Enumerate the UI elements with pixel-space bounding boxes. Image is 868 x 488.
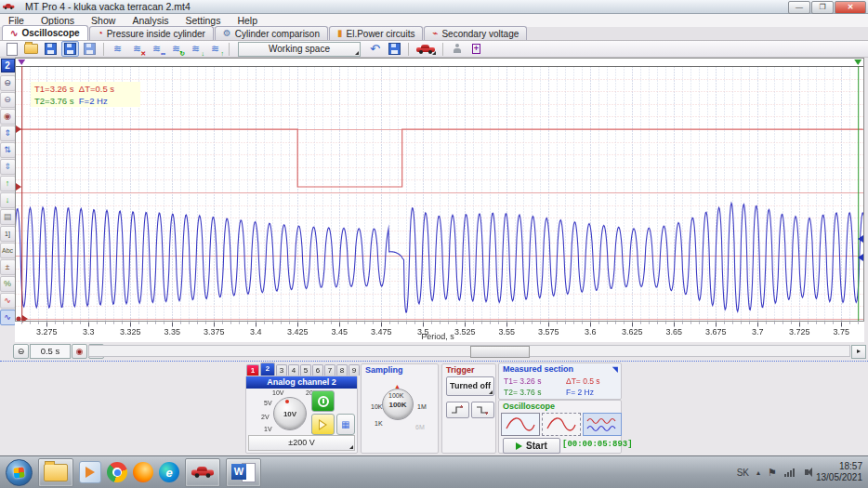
channel-tab-6[interactable]: 6 [312, 364, 323, 376]
taskbar-app-media-player[interactable] [79, 459, 101, 486]
menu-item-analysis[interactable]: Analysis [124, 15, 177, 26]
move-up-icon[interactable]: ↑ [0, 176, 16, 191]
channel-tab-9[interactable]: 9 [349, 364, 360, 376]
channel-autoset-button[interactable] [311, 414, 335, 435]
taskbar-app-mtpro[interactable] [185, 458, 220, 487]
tab-cylinder-comparison[interactable]: ⚙Cylinder comparison [215, 26, 328, 40]
save-copy-icon[interactable] [81, 41, 99, 57]
move-down-icon[interactable]: ↓ [0, 192, 16, 208]
timebase-row: ⊖ 0.5 s ◉ ◂ ▸ [0, 342, 868, 361]
car-menu-icon[interactable] [414, 41, 438, 57]
voltage-range-knob[interactable]: 10V [273, 397, 307, 430]
trigger-rising-edge-button[interactable] [446, 402, 469, 418]
tab-secondary-voltage[interactable]: ⌁Secondary voltage [424, 26, 527, 40]
measured-f: F= 2 Hz [566, 388, 594, 397]
frame-sweep-button[interactable] [542, 413, 581, 436]
red-waveform-icon[interactable]: ∿ [0, 293, 16, 309]
menu-item-settings[interactable]: Settings [177, 15, 229, 26]
tab-el-power-circuits[interactable]: ▮El.Power circuits [329, 26, 423, 40]
waveset-icon[interactable]: ≋ [109, 41, 126, 57]
percent-icon[interactable]: % [0, 276, 16, 292]
labels-abc-icon[interactable]: Abc [0, 243, 16, 258]
save-record-icon[interactable] [61, 41, 79, 57]
taskbar-app-start[interactable] [6, 459, 33, 486]
fit-vertical-icon[interactable]: ⇕ [0, 125, 16, 141]
title-bar[interactable]: MT Pro 4 - kluka vacka terracan 2.mt4 — … [0, 0, 868, 14]
minimize-button[interactable]: — [788, 1, 810, 14]
scope-canvas[interactable] [15, 58, 864, 342]
taskbar-app-chrome[interactable] [107, 459, 127, 486]
save-workspace-icon[interactable] [386, 41, 403, 57]
sampling-knob-value: 100K [388, 401, 406, 409]
measured-title: Measured section [499, 363, 621, 374]
language-indicator[interactable]: SK [737, 468, 749, 478]
channel-tab-8[interactable]: 8 [336, 364, 348, 376]
user-icon[interactable] [448, 41, 466, 57]
menu-item-show[interactable]: Show [83, 15, 124, 26]
expand-vertical-icon[interactable]: ⇅ [0, 142, 16, 158]
tab-label: Cylinder comparison [235, 29, 320, 39]
trigger-mode-dropdown[interactable]: Turned off [446, 376, 494, 396]
channel-power-button[interactable] [311, 390, 335, 412]
network-icon[interactable] [784, 468, 795, 477]
taskbar-app-word[interactable]: W [226, 458, 261, 487]
taskbar-app-edge[interactable]: e [159, 459, 179, 486]
open-file-icon[interactable] [22, 41, 40, 57]
channel-tab-4[interactable]: 4 [288, 364, 299, 376]
plus-minus-icon[interactable]: ± [0, 259, 16, 275]
new-file-icon[interactable] [3, 41, 20, 57]
scale-numbers-icon[interactable]: 1] [0, 226, 16, 242]
channel-tab-2[interactable]: 2 [260, 363, 275, 376]
measured-t1: T1= 3.26 s [504, 376, 541, 386]
timebase-zoom-out-icon[interactable]: ⊖ [13, 344, 29, 359]
clock[interactable]: 18:57 13/05/2021 [816, 461, 862, 483]
scrollbar-thumb[interactable] [470, 346, 530, 358]
zoom-out-small-icon[interactable]: ⊖ [0, 92, 16, 108]
volume-icon[interactable] [805, 469, 809, 475]
record-dot-icon[interactable]: ◉ [0, 109, 16, 125]
workspace-dropdown[interactable]: Working space [238, 42, 361, 57]
main-toolbar: ≋ ≋✕ ≋∞ ≋↻ ≋↓ ≋↑ Working space ↶ + [0, 41, 868, 58]
undo-icon[interactable]: ↶ [366, 41, 384, 57]
trigger-falling-edge-button[interactable] [471, 402, 494, 418]
voltage-range-dropdown[interactable]: ±200 V [248, 435, 355, 451]
single-sweep-button[interactable] [501, 413, 540, 436]
tab-oscilloscope[interactable]: ∿Oscilloscope [2, 25, 88, 40]
taskbar-app-explorer[interactable] [38, 458, 73, 487]
tab-pressure-inside-cylinder[interactable]: ◔Pressure inside cylinder [89, 26, 214, 40]
start-button[interactable]: Start [503, 438, 560, 454]
waveset-import-icon[interactable]: ≋↓ [187, 41, 204, 57]
voltage-option-2V: 2V [261, 414, 270, 420]
timebase-record-icon[interactable]: ◉ [72, 344, 87, 359]
horizontal-scrollbar[interactable] [88, 345, 850, 357]
close-button[interactable]: ✕ [835, 1, 866, 14]
taskbar-app-firefox[interactable] [133, 459, 153, 486]
waveset-export-icon[interactable]: ≋↑ [206, 41, 224, 57]
continuous-sweep-button[interactable] [583, 413, 622, 436]
restore-button[interactable]: ❐ [811, 1, 834, 14]
sampling-option-1M: 1M [417, 403, 427, 410]
hidden-icons-icon[interactable]: ▴ [756, 468, 760, 477]
compress-vertical-icon[interactable]: ⇕ [0, 159, 16, 175]
channel-settings-button[interactable]: ▦ [336, 414, 355, 435]
scroll-right-icon[interactable]: ▸ [851, 345, 866, 359]
toolbar-separator [103, 43, 104, 56]
add-panel-icon[interactable]: + [467, 41, 485, 57]
action-center-flag-icon[interactable]: ⚑ [768, 467, 777, 479]
channel-tab-1[interactable]: 1 [246, 364, 259, 376]
zoom-out-icon[interactable]: ⊖ [0, 75, 16, 91]
waveset-update-icon[interactable]: ≋↻ [167, 41, 185, 57]
waveset-delete-icon[interactable]: ≋✕ [128, 41, 146, 57]
waveset-link-icon[interactable]: ≋∞ [148, 41, 165, 57]
channel-tab-7[interactable]: 7 [324, 364, 335, 376]
save-file-icon[interactable] [42, 41, 59, 57]
explorer-folder-icon [44, 464, 68, 481]
falling-edge-icon [476, 405, 491, 415]
menu-item-help[interactable]: Help [229, 15, 266, 26]
channel-tab-5[interactable]: 5 [300, 364, 311, 376]
scope-plot[interactable]: T1=3.26 s ΔT=0.5 s T2=3.76 s F=2 Hz Peri… [15, 58, 864, 342]
ruler-icon[interactable]: ▤ [0, 209, 16, 225]
channel-tab-3[interactable]: 3 [276, 364, 287, 376]
blue-waveform-icon[interactable]: ∿ [0, 310, 16, 325]
tab-label: Oscilloscope [21, 28, 79, 38]
